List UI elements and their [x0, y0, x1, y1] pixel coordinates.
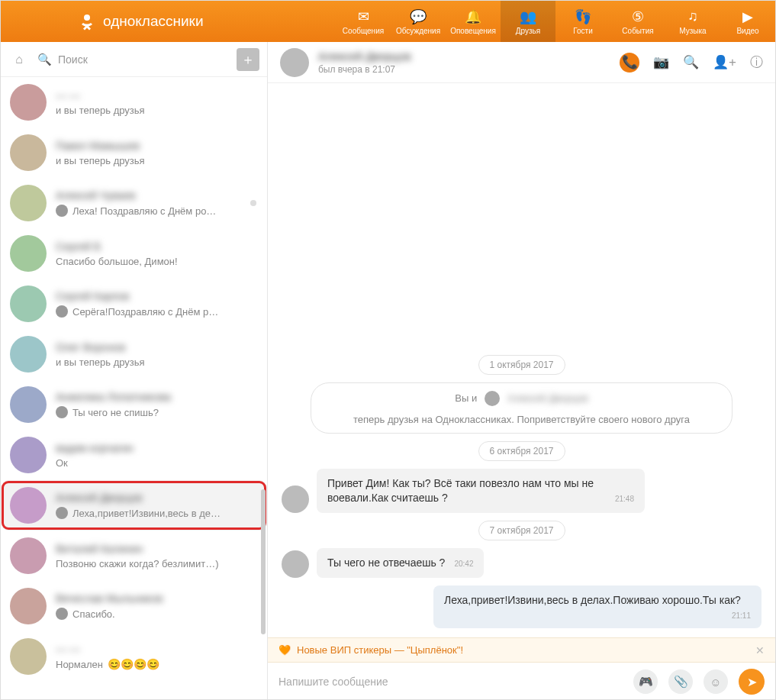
incoming-message: Привет Дим! Как ты? Всё таки повезло нам…: [282, 469, 762, 513]
ok-logo-icon: [77, 11, 97, 31]
conv-avatar: [10, 336, 47, 373]
search-placeholder: Поиск: [58, 53, 88, 66]
conv-preview: и вы теперь друзья: [56, 356, 258, 368]
conv-avatar: [10, 588, 47, 624]
conv-name: Алексей Чуваев: [56, 189, 258, 202]
conversation-item[interactable]: — — Нормален 😊😊😊😊: [1, 631, 267, 682]
conv-avatar: [10, 185, 47, 221]
conv-name: Алексей Дворцов: [56, 492, 258, 504]
incoming-message: Ты чего не отвечаешь ? 20:42: [282, 548, 762, 578]
conv-avatar: [10, 537, 47, 574]
search-icon: 🔍: [37, 53, 52, 66]
nav-discussions[interactable]: 💬Обсуждения: [391, 1, 446, 42]
compose-row: 🎮 📎 ☺ ➤: [268, 663, 775, 700]
conv-avatar: [10, 638, 47, 675]
nav-video[interactable]: ▶Видео: [720, 1, 775, 42]
brand-text: одноклассники: [103, 13, 204, 30]
chat-pane: Алексей Дворцов был вчера в 21:07 📞 📷 🔍 …: [268, 42, 775, 700]
msg-avatar[interactable]: [282, 485, 309, 513]
add-participant-icon[interactable]: 👤+: [713, 54, 736, 70]
search-in-chat-icon[interactable]: 🔍: [683, 54, 699, 70]
conv-name: Анжелика Лопатникова: [56, 391, 258, 403]
nav-guests[interactable]: 👣Гости: [555, 1, 610, 42]
conversation-item[interactable]: Олег Воронов и вы теперь друзья: [1, 329, 267, 379]
conversation-item[interactable]: Вячеслав Мыльников Спасибо.: [1, 581, 267, 631]
nav-events[interactable]: ⑤События: [610, 1, 665, 42]
msg-avatar[interactable]: [282, 550, 309, 578]
conversation-item[interactable]: — — и вы теперь друзья: [1, 77, 267, 127]
svg-point-0: [84, 15, 90, 21]
conv-preview: и вы теперь друзья: [56, 105, 258, 116]
conversation-item[interactable]: Анжелика Лопатникова Ты чего не спишь?: [1, 379, 267, 430]
sticker-promo-text: Новые ВИП стикеры — "Цыплёнок"!: [297, 644, 463, 656]
chat-header: Алексей Дворцов был вчера в 21:07 📞 📷 🔍 …: [268, 42, 775, 83]
video-call-icon[interactable]: 📷: [653, 54, 669, 70]
video-icon: ▶: [742, 8, 753, 25]
search-input[interactable]: 🔍 Поиск: [37, 53, 229, 66]
sticker-promo-bar[interactable]: 🧡 Новые ВИП стикеры — "Цыплёнок"! ✕: [268, 637, 775, 663]
nav-messages[interactable]: ✉Сообщения: [336, 1, 391, 42]
nav-alerts[interactable]: 🔔Оповещения: [446, 1, 501, 42]
search-row: ⌂ 🔍 Поиск ＋: [1, 42, 267, 77]
conv-preview: Серёга!Поздравляю с Днём р…: [56, 305, 258, 318]
call-button[interactable]: 📞: [620, 53, 639, 73]
emoji-icon[interactable]: ☺: [704, 669, 728, 694]
nav-friends[interactable]: 👥Друзья: [501, 1, 555, 42]
chat-actions: 📞 📷 🔍 👤+ ⓘ: [620, 53, 763, 73]
system-message: Вы и Алексей Дворцов теперь друзья на Од…: [311, 382, 733, 434]
conversation-item[interactable]: Алексей Дворцов Леха,привет!Извини,весь …: [1, 480, 267, 531]
date-separator: 6 октября 2017: [478, 441, 565, 461]
conv-name: Виталий Калинин: [56, 543, 258, 555]
conv-avatar: [10, 487, 47, 524]
close-icon[interactable]: ✕: [755, 644, 765, 656]
send-button[interactable]: ➤: [739, 669, 765, 695]
new-chat-button[interactable]: ＋: [237, 48, 259, 71]
attach-icon[interactable]: 📎: [668, 669, 693, 694]
conversation-item[interactable]: Виталий Калинин Позвоню скажи когда? без…: [1, 531, 267, 581]
conv-preview: Позвоню скажи когда? безлимит…): [56, 558, 258, 569]
conv-preview: и вы теперь друзья: [56, 155, 258, 166]
conversation-item[interactable]: Сергей Карпов Серёга!Поздравляю с Днём р…: [1, 279, 267, 329]
message-bubble[interactable]: Леха,привет!Извини,весь в делах.Поживаю …: [433, 585, 762, 628]
friends-icon: 👥: [520, 8, 536, 25]
info-icon[interactable]: ⓘ: [750, 53, 763, 71]
conversation-item[interactable]: Сергей Б Спасибо большое, Димон!: [1, 228, 267, 279]
bell-icon: 🔔: [465, 8, 481, 25]
home-icon[interactable]: ⌂: [8, 49, 30, 70]
conv-name: Павел Мамышев: [56, 140, 258, 152]
date-separator: 1 октября 2017: [478, 355, 565, 375]
msg-time: 21:11: [732, 611, 751, 621]
music-icon: ♫: [687, 8, 698, 25]
message-input[interactable]: [279, 676, 623, 688]
conv-name: Вячеслав Мыльников: [56, 592, 258, 605]
chat-avatar[interactable]: [280, 48, 309, 77]
conv-name: Олег Воронов: [56, 341, 258, 353]
conversation-item[interactable]: Павел Мамышев и вы теперь друзья: [1, 127, 267, 178]
message-bubble[interactable]: Ты чего не отвечаешь ? 20:42: [317, 548, 484, 578]
sticker-icon: 🧡: [279, 644, 291, 656]
envelope-icon: ✉: [358, 8, 369, 25]
conv-preview: Ты чего не спишь?: [56, 406, 258, 418]
site-logo[interactable]: одноклассники: [77, 11, 204, 31]
msg-time: 21:48: [615, 494, 634, 505]
conversation-item[interactable]: Алексей Чуваев Леха! Поздравляю с Днём р…: [1, 178, 267, 228]
conv-avatar: [10, 285, 47, 322]
conversation-item[interactable]: вадим корчагин Ок: [1, 430, 267, 480]
conv-name: — —: [56, 643, 258, 655]
conv-preview: Ок: [56, 457, 258, 469]
conv-name: Сергей Б: [56, 240, 258, 253]
conv-preview: Леха,привет!Извини,весь в де…: [56, 507, 258, 519]
conv-name: Сергей Карпов: [56, 290, 258, 302]
emoji-icon: 😊😊😊😊: [108, 658, 159, 670]
message-bubble[interactable]: Привет Дим! Как ты? Всё таки повезло нам…: [317, 469, 645, 513]
conv-avatar: [10, 437, 47, 473]
nav-music[interactable]: ♫Музыка: [665, 1, 720, 42]
games-icon[interactable]: 🎮: [633, 669, 658, 694]
conv-preview: Леха! Поздравляю с Днём ро…: [56, 205, 258, 217]
conv-name: — —: [56, 89, 258, 102]
chat-status: был вчера в 21:07: [318, 64, 411, 75]
outgoing-message: Леха,привет!Извини,весь в делах.Поживаю …: [282, 585, 762, 628]
date-separator: 7 октября 2017: [478, 521, 565, 540]
chat-body: 1 октября 2017 Вы и Алексей Дворцов тепе…: [268, 83, 775, 637]
scrollbar[interactable]: [261, 489, 266, 634]
